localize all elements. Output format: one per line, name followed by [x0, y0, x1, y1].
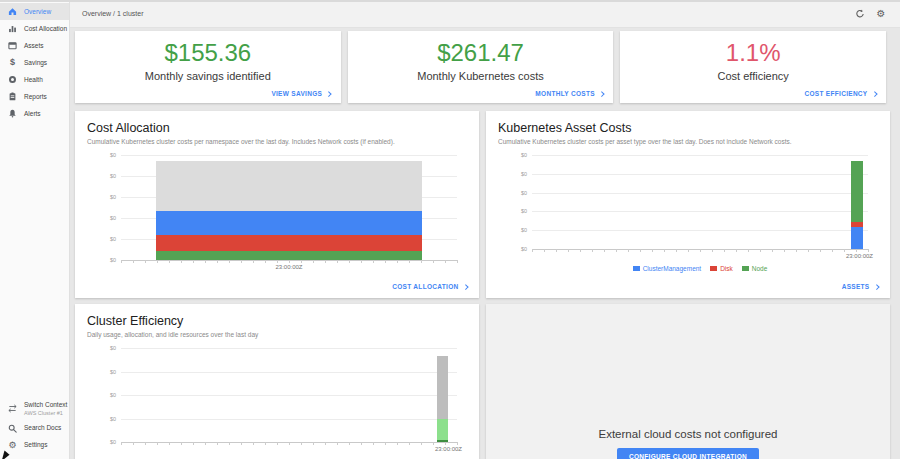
cost-efficiency-card: 1.1% Cost efficiency COST EFFICIENCY: [620, 31, 886, 103]
topbar: Overview / 1 cluster ⚙: [70, 0, 900, 28]
x-tick-mark: [361, 260, 362, 263]
bar-stack[interactable]: [437, 348, 448, 442]
x-tick-mark: [421, 442, 422, 445]
cost-efficiency-value: 1.1%: [726, 40, 781, 66]
x-tick-mark: [796, 249, 797, 252]
view-savings-link[interactable]: VIEW SAVINGS: [271, 90, 330, 97]
asset-costs-panel: Kubernetes Asset Costs Cumulative Kubern…: [486, 111, 890, 298]
x-tick-mark: [337, 442, 338, 445]
x-tick-mark: [373, 260, 374, 263]
sidebar-item-cost-allocation[interactable]: Cost Allocation: [0, 20, 69, 37]
bell-icon: [8, 109, 17, 118]
sidebar-item-label: Health: [24, 76, 43, 83]
sidebar-item-reports[interactable]: Reports: [0, 88, 69, 105]
x-tick-mark: [568, 249, 569, 252]
stat-cards-row: $155.36 Monthly savings identified VIEW …: [75, 31, 886, 103]
x-tick-mark: [784, 249, 785, 252]
x-tick-mark: [301, 260, 302, 263]
y-tick-label: $0: [500, 152, 527, 158]
x-tick-mark: [457, 442, 458, 445]
bar-segment-node[interactable]: [851, 161, 862, 222]
sidebar-item-alerts[interactable]: Alerts: [0, 105, 69, 122]
x-tick-label: 23:00:00Z: [275, 264, 302, 270]
sidebar-item-assets[interactable]: Assets: [0, 37, 69, 54]
legend-label: ClusterManagement: [643, 265, 702, 272]
x-tick-mark: [604, 249, 605, 252]
x-tick-mark: [820, 249, 821, 252]
assets-link[interactable]: ASSETS: [842, 283, 878, 290]
cost-efficiency-link[interactable]: COST EFFICIENCY: [805, 90, 877, 97]
x-tick-mark: [313, 442, 314, 445]
cost-allocation-link[interactable]: COST ALLOCATION: [392, 283, 467, 290]
x-tick-mark: [532, 249, 533, 252]
bar-stack[interactable]: [156, 155, 421, 260]
x-tick-mark: [217, 260, 218, 263]
savings-label: Monthly savings identified: [145, 70, 271, 82]
y-tick-label: $0: [89, 345, 116, 351]
x-tick-mark: [652, 249, 653, 252]
configure-cloud-integration-button[interactable]: CONFIGURE CLOUD INTEGRATION: [617, 448, 759, 459]
x-tick-mark: [289, 442, 290, 445]
bar-segment-blue[interactable]: [156, 211, 421, 235]
panel-title: Cluster Efficiency: [87, 314, 467, 328]
sidebar-item-savings[interactable]: $ Savings: [0, 54, 69, 71]
x-tick-mark: [289, 260, 290, 263]
mouse-cursor: [2, 450, 11, 459]
sidebar-item-label: Overview: [24, 8, 51, 15]
gridline: [121, 372, 457, 373]
gear-icon[interactable]: ⚙: [876, 9, 886, 19]
x-tick-mark: [844, 249, 845, 252]
panel-title: Kubernetes Asset Costs: [498, 121, 878, 135]
bar-segment-clustermanagement[interactable]: [851, 227, 862, 249]
bar-stack[interactable]: [851, 155, 862, 249]
x-tick-mark: [457, 260, 458, 263]
bar-segment-usage[interactable]: [437, 440, 448, 442]
gridline: [121, 348, 457, 349]
x-tick-mark: [445, 442, 446, 445]
panel-subtitle: Cumulative Kubernetes cluster costs per …: [498, 138, 878, 145]
monthly-costs-label: Monthly Kubernetes costs: [417, 70, 544, 82]
x-tick-mark: [385, 260, 386, 263]
cost-allocation-chart: $0$0$0$0$0$023:00:00Z: [87, 152, 467, 272]
panel-subtitle: Daily usage, allocation, and idle resour…: [87, 331, 467, 338]
bar-segment-green[interactable]: [156, 251, 421, 260]
x-tick-mark: [712, 249, 713, 252]
x-tick-mark: [385, 442, 386, 445]
bar-segment-allocated[interactable]: [437, 419, 448, 441]
sidebar-item-label: Cost Allocation: [24, 25, 67, 32]
refresh-icon[interactable]: [855, 9, 865, 19]
x-tick-mark: [373, 442, 374, 445]
x-tick-mark: [580, 249, 581, 252]
y-tick-label: $0: [89, 439, 116, 445]
bar-segment-red[interactable]: [156, 235, 421, 251]
x-tick-mark: [133, 442, 134, 445]
x-tick-mark: [544, 249, 545, 252]
x-tick-mark: [145, 260, 146, 263]
legend-label: Node: [752, 265, 768, 272]
switch-context-button[interactable]: Switch Context AWS Cluster #1: [0, 397, 69, 420]
x-tick-mark: [205, 442, 206, 445]
sidebar-item-overview[interactable]: Overview: [0, 3, 69, 20]
x-tick-label: 23:00:00Z: [846, 253, 873, 259]
search-docs-button[interactable]: Search Docs: [0, 420, 69, 437]
monthly-costs-link[interactable]: MONTHLY COSTS: [535, 90, 603, 97]
y-tick-label: $0: [89, 194, 116, 200]
x-tick-mark: [433, 260, 434, 263]
chevron-right-icon: [326, 91, 331, 96]
x-tick-mark: [265, 260, 266, 263]
bar-segment-idle[interactable]: [437, 356, 448, 418]
sidebar-item-health[interactable]: Health: [0, 71, 69, 88]
legend-swatch: [742, 266, 749, 271]
bar-chart-icon: [8, 24, 17, 33]
chart-plot: $0$0$0$0$0$023:00:00Z: [121, 155, 457, 260]
legend-swatch: [633, 266, 640, 271]
x-tick-mark: [397, 442, 398, 445]
bar-segment-gray[interactable]: [156, 161, 421, 210]
x-tick-mark: [592, 249, 593, 252]
sidebar-item-label: Assets: [24, 42, 44, 49]
x-tick-mark: [808, 249, 809, 252]
x-tick-label: 23:00:00Z: [435, 446, 462, 452]
chevron-right-icon: [599, 91, 604, 96]
x-tick-mark: [445, 260, 446, 263]
x-tick-mark: [241, 260, 242, 263]
